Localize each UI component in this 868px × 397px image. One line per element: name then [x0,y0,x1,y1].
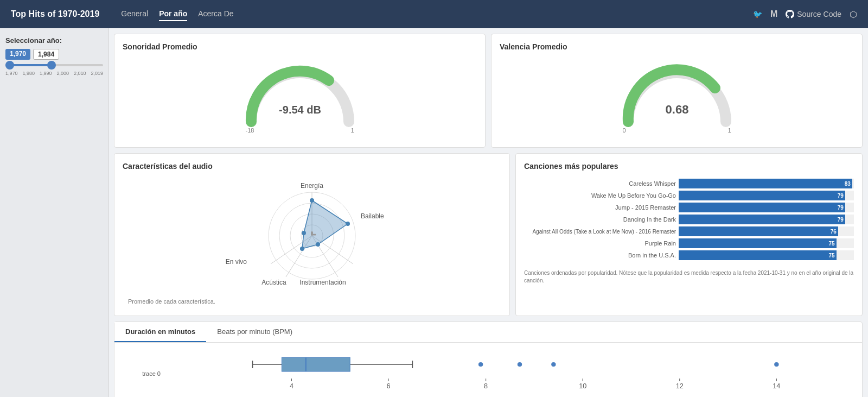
bar-track-3: 79 [679,215,854,224]
sonoridad-labels: -18 1 [246,127,354,134]
bar-track-5: 75 [679,238,854,248]
song-name-0: Careless Whisper [524,180,676,187]
bar-value-3: 79 [838,217,844,223]
audio-title: Características del audio [123,162,501,171]
svg-point-33 [478,362,483,367]
sonoridad-min: -18 [246,127,254,134]
svg-point-12 [310,198,314,203]
row-charts: Características del audio [114,153,863,316]
svg-text:En vivo: En vivo [226,258,247,266]
svg-point-34 [518,362,522,367]
tab-header: Duración en minutos Beats por minuto (BP… [114,322,862,343]
valencia-title: Valencia Promedio [500,42,854,51]
bar-row-2: Jump - 2015 Remaster 79 [524,203,854,212]
x-axis-svg: 4 6 8 10 12 14 [166,379,854,395]
year-range: 1,970 1,984 [5,49,103,60]
source-code-link[interactable]: Source Code [786,10,841,18]
sonoridad-gauge: -9.54 dB -18 1 [123,56,477,139]
svg-text:6: 6 [386,382,390,390]
svg-point-16 [302,231,306,235]
app-title: Top Hits of 1970-2019 [11,9,99,19]
sonoridad-title: Sonoridad Promedio [123,42,477,51]
popular-card: Canciones más populares Careless Whisper… [515,153,863,316]
trace-label: trace 0 [123,370,161,377]
github-icon [786,10,794,18]
svg-text:14: 14 [773,382,780,390]
twitter-icon[interactable]: 🐦 [753,10,762,18]
boxplot-area: 4 6 8 10 12 14 [166,351,854,396]
sonoridad-max: 1 [350,127,354,134]
bar-fill-4: 76 [679,226,838,236]
bar-row-6: Born in the U.S.A. 75 [524,250,854,260]
slider-ticks: 1,970 1,980 1,990 2,000 2,010 2,019 [5,71,103,76]
valencia-max: 1 [727,127,731,134]
svg-point-35 [551,362,556,367]
tick-2010: 2,010 [74,71,86,76]
svg-point-27 [315,234,316,236]
slider-thumb-left[interactable] [5,61,14,70]
year-slider[interactable] [5,64,103,66]
svg-point-13 [346,222,350,226]
tick-2019: 2,019 [91,71,103,76]
song-name-4: Against All Odds (Take a Look at Me Now)… [524,229,676,235]
bar-row-0: Careless Whisper 83 [524,179,854,188]
nav-general[interactable]: General [121,7,148,21]
share-icon[interactable]: ⬡ [850,9,857,20]
bar-value-6: 75 [829,253,835,259]
main-content: Sonoridad Promedio -9.54 dB -18 1 [108,28,868,397]
bar-fill-6: 75 [679,250,837,260]
svg-text:-9.54 dB: -9.54 dB [279,104,321,116]
valencia-min: 0 [623,127,626,134]
sidebar: Seleccionar año: 1,970 1,984 1,970 1,980… [0,28,108,397]
valencia-labels: 0 1 [623,127,731,134]
nav-acerca-de[interactable]: Acerca De [198,7,233,21]
bar-track-0: 83 [679,179,854,188]
bar-track-2: 79 [679,203,854,212]
source-code-label: Source Code [797,10,841,18]
svg-point-15 [300,247,304,251]
svg-text:0.68: 0.68 [665,103,688,116]
app-body: Seleccionar año: 1,970 1,984 1,970 1,980… [0,28,868,397]
nav-por-ano[interactable]: Por año [159,7,187,21]
bottom-card: Duración en minutos Beats por minuto (BP… [114,322,863,397]
row-gauges: Sonoridad Promedio -9.54 dB -18 1 [114,34,863,148]
slider-track [5,64,103,66]
radar-container: Energía Bailable Instrumentación Acústic… [123,176,501,295]
svg-text:Energía: Energía [301,182,323,190]
popular-note: Canciones ordenadas por popularidad. Nót… [524,269,854,285]
valencia-card: Valencia Promedio 0.68 0 1 [491,34,863,148]
svg-text:10: 10 [579,382,586,390]
svg-text:Acústica: Acústica [261,279,286,286]
bar-fill-1: 79 [679,191,845,200]
tick-1990: 1,990 [40,71,52,76]
bar-chart: Careless Whisper 83 Wake Me Up Before Yo… [524,176,854,265]
tab-duration[interactable]: Duración en minutos [114,322,206,342]
song-name-3: Dancing In the Dark [524,216,676,223]
sonoridad-card: Sonoridad Promedio -9.54 dB -18 1 [114,34,486,148]
medium-icon[interactable]: M [770,9,777,19]
bar-track-1: 79 [679,191,854,200]
tick-1970: 1,970 [5,71,18,76]
popular-title: Canciones más populares [524,162,854,171]
svg-text:12: 12 [676,382,684,390]
sidebar-label: Seleccionar año: [5,36,103,45]
bar-fill-2: 79 [679,203,845,212]
tab-bpm[interactable]: Beats por minuto (BPM) [206,322,303,342]
boxplot-row: trace 0 [123,351,854,396]
audio-card: Características del audio [114,153,510,316]
slider-thumb-right[interactable] [47,61,56,70]
main-nav: General Por año Acerca De [121,7,233,21]
bar-fill-0: 83 [679,179,852,188]
bar-value-1: 79 [838,193,844,199]
bar-row-5: Purple Rain 75 [524,238,854,248]
bar-value-5: 75 [829,241,835,247]
bar-value-2: 79 [838,205,844,211]
bar-fill-3: 79 [679,215,845,224]
bar-row-4: Against All Odds (Take a Look at Me Now)… [524,226,854,236]
song-name-2: Jump - 2015 Remaster [524,204,676,211]
svg-rect-31 [282,357,350,371]
bar-fill-5: 75 [679,238,837,248]
tick-2000: 2,000 [56,71,69,76]
svg-marker-11 [302,200,348,249]
svg-text:8: 8 [484,382,488,390]
